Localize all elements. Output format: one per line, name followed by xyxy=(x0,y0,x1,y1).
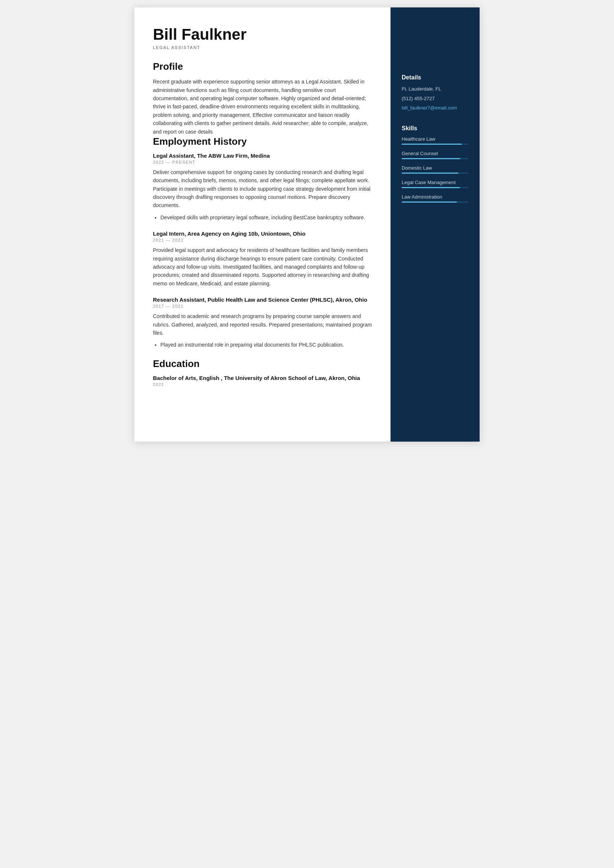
main-content: Bill Faulkner LEGAL ASSISTANT Profile Re… xyxy=(134,8,391,442)
skill-bar-outer xyxy=(402,172,468,174)
employment-section-title: Employment History xyxy=(153,136,372,147)
job-entry: Legal Intern, Area Agency on Aging 10b, … xyxy=(153,231,372,288)
skill-item: Domestic Law xyxy=(402,165,468,174)
resume-wrapper: Bill Faulkner LEGAL ASSISTANT Profile Re… xyxy=(134,8,480,442)
job-description: Contributed to academic and research pro… xyxy=(153,312,372,337)
sidebar-email-link[interactable]: bill_faulkner7@email.com xyxy=(402,105,457,111)
job-title-name: Legal Assistant, The ABW Law Firm, Medin… xyxy=(153,152,372,159)
edu-dates: 2022 xyxy=(153,382,372,387)
job-description: Provided legal support and advocacy for … xyxy=(153,246,372,288)
skill-bar-inner xyxy=(402,202,457,203)
skill-label: Domestic Law xyxy=(402,165,468,171)
skill-label: Legal Case Management xyxy=(402,180,468,185)
job-dates: 2017 — 2021 xyxy=(153,304,372,308)
sidebar-details-title: Details xyxy=(402,74,468,81)
sidebar-phone: (512) 455-2727 xyxy=(402,95,468,102)
skill-label: Healthcare Law xyxy=(402,136,468,142)
edu-entry: Bachelor of Arts, English , The Universi… xyxy=(153,375,372,387)
profile-section: Profile Recent graduate with experience … xyxy=(153,61,372,136)
skill-bar-inner xyxy=(402,158,460,159)
employment-section: Employment History Legal Assistant, The … xyxy=(153,136,372,349)
job-description: Deliver comprehensive support for ongoin… xyxy=(153,168,372,210)
job-bullet: Played an instrumental role in preparing… xyxy=(160,341,372,349)
education-section: Education Bachelor of Arts, English , Th… xyxy=(153,358,372,387)
resume-header: Bill Faulkner LEGAL ASSISTANT xyxy=(153,26,372,50)
skill-bar-inner xyxy=(402,172,459,174)
skill-label: Law Administration xyxy=(402,194,468,200)
sidebar: Details Ft. Lauderdale, FL (512) 455-272… xyxy=(391,8,480,442)
education-section-title: Education xyxy=(153,358,372,370)
job-title-name: Research Assistant, Public Health Law an… xyxy=(153,296,372,303)
skill-item: Healthcare Law xyxy=(402,136,468,145)
sidebar-skills-block: Skills Healthcare Law General Counsel Do… xyxy=(402,125,468,203)
skill-bar-outer xyxy=(402,202,468,203)
profile-section-title: Profile xyxy=(153,61,372,72)
skill-label: General Counsel xyxy=(402,151,468,156)
sidebar-location: Ft. Lauderdale, FL xyxy=(402,85,468,93)
job-bullet: Developed skills with proprietary legal … xyxy=(160,213,372,222)
sidebar-details-block: Details Ft. Lauderdale, FL (512) 455-272… xyxy=(402,74,468,112)
skill-bar-inner xyxy=(402,144,462,145)
job-entry: Legal Assistant, The ABW Law Firm, Medin… xyxy=(153,152,372,222)
skill-item: Law Administration xyxy=(402,194,468,203)
profile-text: Recent graduate with experience supporti… xyxy=(153,78,372,136)
skill-item: General Counsel xyxy=(402,151,468,159)
job-entry: Research Assistant, Public Health Law an… xyxy=(153,296,372,349)
skill-bar-outer xyxy=(402,187,468,188)
skill-bar-outer xyxy=(402,144,468,145)
skill-bar-inner xyxy=(402,187,460,188)
sidebar-email[interactable]: bill_faulkner7@email.com xyxy=(402,104,468,112)
candidate-name: Bill Faulkner xyxy=(153,26,372,43)
job-dates: 2021 — 2022 xyxy=(153,238,372,242)
sidebar-skills-title: Skills xyxy=(402,125,468,132)
jobs-container: Legal Assistant, The ABW Law Firm, Medin… xyxy=(153,152,372,349)
skills-container: Healthcare Law General Counsel Domestic … xyxy=(402,136,468,203)
skill-item: Legal Case Management xyxy=(402,180,468,188)
job-title-name: Legal Intern, Area Agency on Aging 10b, … xyxy=(153,231,372,237)
edu-container: Bachelor of Arts, English , The Universi… xyxy=(153,375,372,387)
job-dates: 2022 — PRESENT xyxy=(153,160,372,164)
edu-title: Bachelor of Arts, English , The Universi… xyxy=(153,375,372,381)
skill-bar-outer xyxy=(402,158,468,159)
candidate-job-title: LEGAL ASSISTANT xyxy=(153,45,372,50)
